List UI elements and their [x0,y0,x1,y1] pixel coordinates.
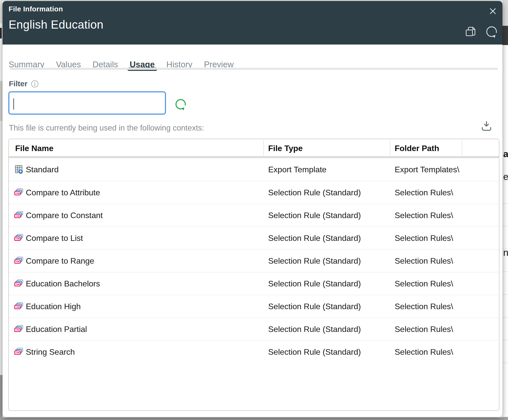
file-type: Selection Rule (Standard) [263,234,390,243]
column-header-file-type[interactable]: File Type [268,144,303,153]
tab-bar: SummaryValuesDetailsUsageHistoryPreview [9,48,498,71]
table-header: File Name File Type Folder Path [9,139,499,158]
file-name: String Search [26,347,75,357]
column-header-file-name[interactable]: File Name [15,144,53,153]
table-row[interactable]: Education Bachelors Selection Rule (Stan… [9,272,499,295]
dialog-header: File Information English Education [3,1,502,45]
file-title: English Education [9,18,103,31]
selection-rule-icon [14,187,24,198]
folder-path: Selection Rules\ [390,302,462,311]
table-row[interactable]: Compare to Constant Selection Rule (Stan… [9,204,499,226]
file-name: Compare to List [26,234,83,243]
selection-rule-icon [14,233,24,243]
selection-rule-icon [14,324,24,334]
tab-track [10,68,498,70]
backdrop-bottom-strip [0,417,508,420]
backdrop-text-fragment: e [503,172,508,182]
file-type: Selection Rule (Standard) [263,347,390,357]
folder-path: Selection Rules\ [390,256,462,266]
backdrop-text-fragment [0,28,2,38]
table-row[interactable]: Compare to Attribute Selection Rule (Sta… [9,181,499,204]
column-divider [263,140,264,156]
selection-rule-icon [14,210,24,220]
text-caret [13,98,14,110]
table-row[interactable]: Compare to Range Selection Rule (Standar… [9,249,499,272]
backdrop-table-lines [502,180,508,364]
header-underline [9,156,499,158]
file-type: Selection Rule (Standard) [263,279,390,288]
file-type: Selection Rule (Standard) [263,256,390,266]
file-name: Compare to Attribute [26,188,100,197]
column-divider [390,140,390,156]
filter-input[interactable] [8,91,166,115]
file-type: Export Template [263,165,390,174]
file-name: Education Partial [26,325,87,334]
file-type: Selection Rule (Standard) [263,211,390,220]
folder-path: Selection Rules\ [390,279,462,288]
selection-rule-icon [14,256,24,266]
backdrop-text-fragment: n [503,247,508,258]
download-icon[interactable] [480,119,493,134]
file-type: Selection Rule (Standard) [263,302,390,311]
selection-rule-icon [14,301,24,311]
export-template-icon [14,164,24,175]
usage-table: File Name File Type Folder Path Standard [8,139,499,411]
folder-path: Selection Rules\ [390,325,462,334]
reload-icon[interactable] [485,25,498,38]
file-name: Compare to Constant [26,211,103,220]
backdrop-text-fragment: a [503,149,508,159]
table-row[interactable]: String Search Selection Rule (Standard) … [9,340,499,363]
copy-icon[interactable] [464,25,477,38]
info-icon[interactable] [31,80,39,88]
folder-path: Selection Rules\ [390,211,462,220]
filter-label: Filter [9,79,39,88]
column-header-folder-path[interactable]: Folder Path [395,144,439,153]
file-type: Selection Rule (Standard) [263,325,390,334]
column-divider [462,140,462,156]
table-row[interactable]: Standard Export Template Export Template… [9,158,499,181]
selection-rule-icon [14,279,24,289]
folder-path: Selection Rules\ [390,188,462,197]
file-type: Selection Rule (Standard) [263,188,390,197]
file-name: Education Bachelors [26,279,100,288]
table-body: Standard Export Template Export Template… [9,158,499,363]
filter-label-text: Filter [9,79,27,88]
backdrop-left-strip [0,0,3,420]
dialog-title: File Information [9,5,63,13]
file-name: Compare to Range [26,256,94,266]
refresh-icon[interactable] [174,98,187,111]
table-row[interactable]: Education High Selection Rule (Standard)… [9,295,499,318]
table-row[interactable]: Compare to List Selection Rule (Standard… [9,226,499,249]
file-name: Standard [26,165,59,174]
folder-path: Export Templates\ [390,165,462,174]
selection-rule-icon [14,347,24,357]
file-name: Education High [26,302,81,311]
context-note: This file is currently being used in the… [9,123,204,133]
folder-path: Selection Rules\ [390,234,462,243]
table-row[interactable]: Education Partial Selection Rule (Standa… [9,318,499,340]
backdrop-right-strip: a e n [502,0,508,420]
close-icon[interactable] [488,6,498,16]
folder-path: Selection Rules\ [390,347,462,357]
file-information-dialog: File Information English Education Summa… [3,1,502,417]
